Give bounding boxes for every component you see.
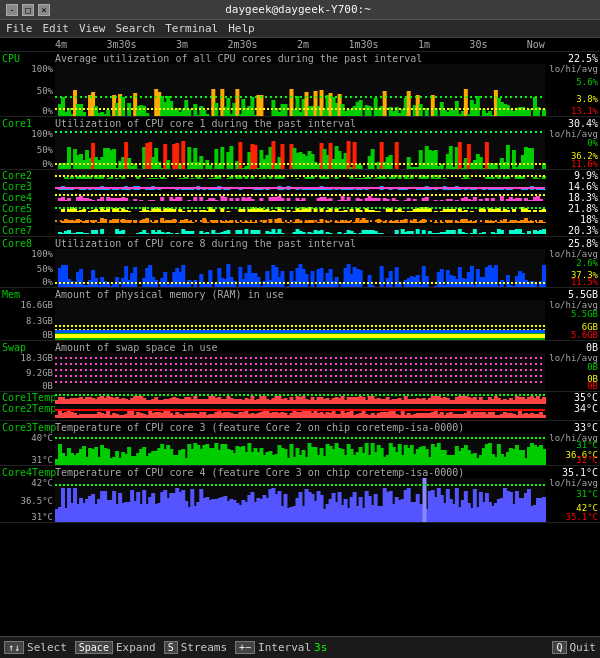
space-label: Expand (116, 641, 156, 654)
menu-view[interactable]: View (79, 22, 106, 35)
time-3m30s: 3m30s (106, 39, 136, 50)
streams-item[interactable]: S Streams (164, 641, 227, 654)
interval-value: 3s (314, 641, 327, 654)
time-4m: 4m (55, 39, 67, 50)
quit-label: Quit (570, 641, 597, 654)
quit-item[interactable]: Q Quit (552, 641, 596, 654)
menu-terminal[interactable]: Terminal (165, 22, 218, 35)
q-key[interactable]: Q (552, 641, 566, 654)
menu-search[interactable]: Search (116, 22, 156, 35)
space-item[interactable]: Space Expand (75, 641, 156, 654)
time-2m: 2m (297, 39, 309, 50)
time-axis: 4m 3m30s 3m 2m30s 2m 1m30s 1m 30s Now (0, 38, 600, 52)
interval-label: Interval (258, 641, 311, 654)
time-1m30s: 1m30s (348, 39, 378, 50)
menu-file[interactable]: File (6, 22, 33, 35)
menu-help[interactable]: Help (228, 22, 255, 35)
plus-key[interactable]: +− (235, 641, 255, 654)
s-key[interactable]: S (164, 641, 178, 654)
titlebar: - □ × daygeek@daygeek-Y700:~ (0, 0, 600, 20)
htop-canvas (0, 52, 600, 636)
space-key[interactable]: Space (75, 641, 113, 654)
maximize-button[interactable]: □ (22, 4, 34, 16)
time-2m30s: 2m30s (227, 39, 257, 50)
time-30s: 30s (469, 39, 487, 50)
select-key[interactable]: ↑↓ (4, 641, 24, 654)
streams-label: Streams (181, 641, 227, 654)
minimize-button[interactable]: - (6, 4, 18, 16)
window-title: daygeek@daygeek-Y700:~ (50, 3, 546, 16)
statusbar: ↑↓ Select Space Expand S Streams +− Inte… (0, 636, 600, 658)
close-button[interactable]: × (38, 4, 50, 16)
select-label: Select (27, 641, 67, 654)
window-controls[interactable]: - □ × (6, 4, 50, 16)
menubar: File Edit View Search Terminal Help (0, 20, 600, 38)
menu-edit[interactable]: Edit (43, 22, 70, 35)
time-now: Now (527, 39, 545, 50)
main-content: 4m 3m30s 3m 2m30s 2m 1m30s 1m 30s Now (0, 38, 600, 636)
interval-item[interactable]: +− Interval 3s (235, 641, 327, 654)
select-item[interactable]: ↑↓ Select (4, 641, 67, 654)
time-3m: 3m (176, 39, 188, 50)
time-1m: 1m (418, 39, 430, 50)
